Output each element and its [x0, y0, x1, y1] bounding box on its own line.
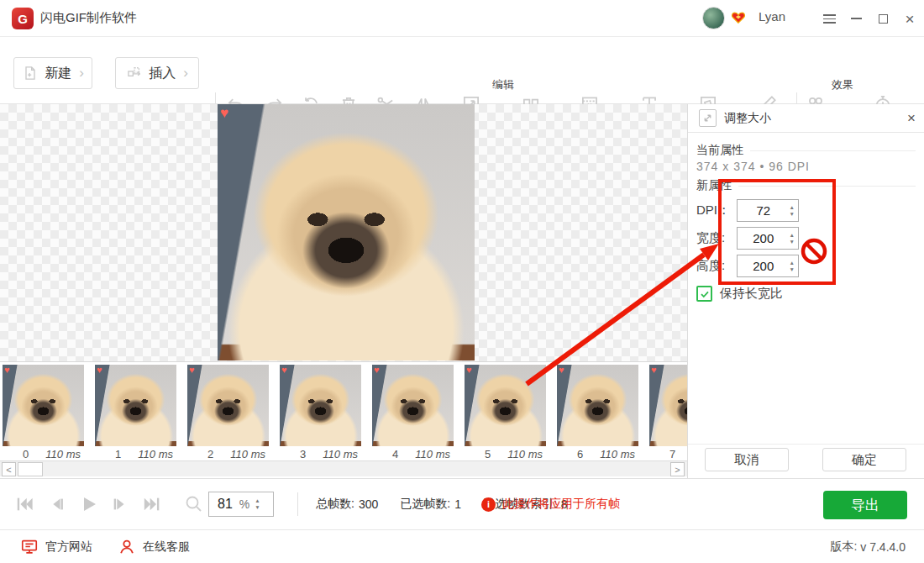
version-label: 版本:: [830, 539, 857, 555]
online-support-label: 在线客服: [143, 539, 190, 555]
new-button[interactable]: 新建: [13, 57, 92, 89]
width-spinner[interactable]: [790, 233, 798, 245]
zoom-value: 81: [218, 497, 233, 512]
canvas-area[interactable]: [0, 104, 687, 361]
frame-delay: 110 ms: [507, 448, 543, 460]
insert-button[interactable]: 插入: [115, 57, 199, 89]
watermark-heart-icon: [220, 106, 228, 120]
zoom-input[interactable]: 81 %: [208, 492, 274, 517]
info-icon: [481, 497, 496, 512]
filmstrip: 0110 ms 1110 ms 2110 ms 3110 ms 4110 ms …: [0, 361, 687, 460]
spin-down-icon[interactable]: [790, 267, 795, 272]
maximize-icon: [879, 14, 888, 24]
spin-up-icon[interactable]: [790, 233, 795, 238]
panel-title: 调整大小: [724, 111, 771, 126]
frame-item[interactable]: 3110 ms: [280, 365, 361, 460]
last-frame-icon[interactable]: [141, 495, 163, 513]
height-label: 高度:: [696, 258, 737, 274]
spin-up-icon[interactable]: [255, 498, 260, 503]
resize-panel: 调整大小 当前属性 374 x 374 • 96 DPI 新属性 DPI： 72…: [687, 104, 924, 479]
height-input[interactable]: 200: [737, 255, 799, 277]
frame-thumbnail[interactable]: [95, 365, 176, 446]
filmstrip-scrollbar[interactable]: < >: [0, 460, 687, 476]
spin-up-icon[interactable]: [790, 260, 795, 266]
scroll-left-button[interactable]: <: [2, 462, 16, 476]
frame-thumbnail[interactable]: [3, 365, 84, 446]
username[interactable]: Lyan: [759, 9, 785, 24]
cancel-button[interactable]: 取消: [705, 448, 789, 471]
frame-item[interactable]: 6110 ms: [557, 365, 638, 460]
watermark-heart-icon: [651, 366, 657, 375]
spin-down-icon[interactable]: [790, 212, 795, 217]
scrollbar-thumb[interactable]: [18, 462, 43, 476]
user-avatar[interactable]: [702, 7, 725, 29]
close-button[interactable]: [897, 0, 922, 37]
dpi-input[interactable]: 72: [737, 199, 799, 222]
frame-item[interactable]: 1110 ms: [95, 365, 176, 460]
menu-button[interactable]: [816, 0, 842, 37]
dpi-field-row: DPI： 72: [696, 199, 799, 222]
keep-ratio-checkbox[interactable]: [696, 286, 712, 302]
panel-close-icon[interactable]: [907, 110, 916, 127]
frame-delay: 110 ms: [230, 448, 265, 460]
watermark-heart-icon: [281, 366, 287, 375]
spin-down-icon[interactable]: [790, 239, 795, 245]
frame-thumbnail[interactable]: [557, 365, 638, 446]
frame-item[interactable]: 0110 ms: [3, 365, 84, 460]
apply-all-warning: 此操作将应用于所有帧: [481, 479, 620, 529]
frame-delay: 110 ms: [323, 448, 358, 460]
frame-item[interactable]: 4110 ms: [372, 365, 454, 460]
frame-index: 6: [577, 448, 583, 460]
new-props-label: 新属性: [696, 178, 732, 193]
panel-divider: [688, 444, 924, 445]
new-button-label: 新建: [45, 65, 71, 82]
main-frame-image[interactable]: [218, 104, 475, 360]
zoom-unit: %: [239, 497, 249, 511]
person-icon: [118, 538, 136, 556]
title-bar: G 闪电GIF制作软件 Lyan: [0, 0, 924, 37]
zoom-spinner[interactable]: [255, 498, 263, 510]
version-value: v 7.4.4.0: [860, 540, 906, 554]
app-logo-icon: G: [12, 8, 34, 29]
minimize-button[interactable]: [843, 0, 869, 37]
prev-frame-icon[interactable]: [46, 495, 66, 513]
watermark-heart-icon: [4, 366, 10, 375]
official-website-label: 官方网站: [45, 539, 92, 555]
width-input[interactable]: 200: [737, 227, 799, 250]
frame-thumbnail[interactable]: [372, 365, 454, 446]
first-frame-icon[interactable]: [13, 495, 35, 513]
dpi-spinner[interactable]: [790, 205, 798, 217]
width-field-row: 宽度: 200: [696, 227, 799, 250]
spin-up-icon[interactable]: [790, 205, 795, 210]
spin-down-icon[interactable]: [255, 505, 260, 510]
ok-button[interactable]: 确定: [822, 448, 906, 471]
frame-thumbnail[interactable]: [465, 365, 546, 446]
frame-item[interactable]: 2110 ms: [187, 365, 269, 460]
frame-item[interactable]: 5110 ms: [465, 365, 546, 460]
app-title: 闪电GIF制作软件: [40, 10, 137, 26]
watermark-heart-icon: [189, 366, 195, 375]
next-frame-icon[interactable]: [110, 495, 130, 513]
frame-thumbnail[interactable]: [187, 365, 269, 446]
frame-delay: 110 ms: [600, 448, 635, 460]
online-support-link[interactable]: 在线客服: [118, 530, 190, 563]
frame-index: 7: [669, 448, 675, 460]
insert-icon: [126, 65, 143, 82]
height-spinner[interactable]: [790, 260, 798, 272]
export-button[interactable]: 导出: [823, 491, 907, 519]
scroll-right-button[interactable]: >: [670, 462, 685, 476]
total-frames-stat: 总帧数: 300: [316, 497, 378, 512]
close-icon: [905, 11, 914, 27]
frame-index: 4: [392, 448, 398, 460]
official-website-link[interactable]: 官方网站: [20, 530, 92, 563]
frame-item[interactable]: 7110 ms: [649, 365, 687, 460]
zoom-magnifier-icon: [184, 494, 204, 514]
frame-thumbnail[interactable]: [280, 365, 361, 446]
selected-frames-stat: 已选帧数: 1: [400, 497, 461, 512]
play-icon[interactable]: [77, 494, 99, 514]
frame-index: 2: [207, 448, 213, 460]
frame-thumbnail[interactable]: [649, 365, 687, 446]
new-props-section: 新属性: [696, 178, 916, 193]
maximize-button[interactable]: [870, 0, 895, 37]
frame-delay: 110 ms: [415, 448, 450, 460]
